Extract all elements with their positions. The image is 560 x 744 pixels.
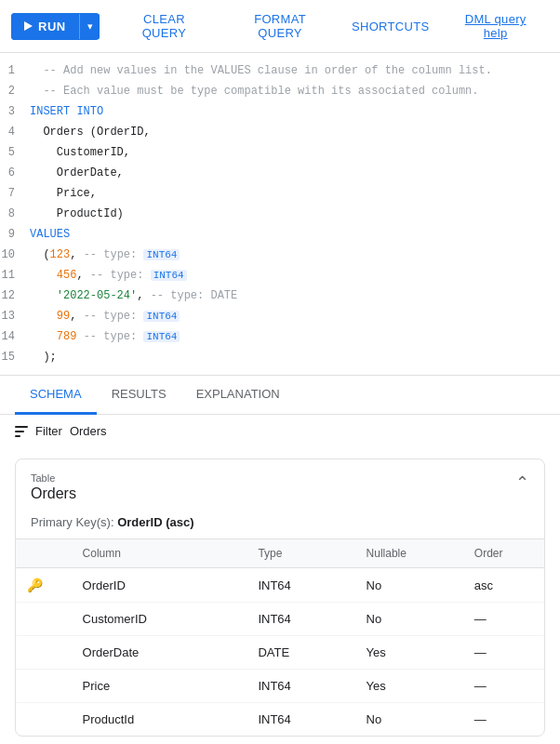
col-header-key bbox=[16, 539, 72, 568]
row-col-nullable-3: Yes bbox=[355, 636, 463, 670]
code-content-8: ProductId) bbox=[30, 205, 560, 223]
code-content-1: -- Add new values in the VALUES clause i… bbox=[30, 61, 560, 80]
clear-query-button[interactable]: CLEAR QUERY bbox=[111, 6, 218, 46]
collapse-button[interactable]: ⌃ bbox=[515, 472, 529, 493]
row-col-type-5: INT64 bbox=[247, 703, 354, 737]
dml-help-button[interactable]: DML query help bbox=[442, 6, 549, 46]
run-button[interactable]: RUN bbox=[11, 13, 79, 40]
line-number-7: 7 bbox=[0, 184, 30, 203]
col-header-order: Order bbox=[463, 539, 544, 568]
col-header-column: Column bbox=[72, 539, 247, 568]
tab-schema[interactable]: SCHEMA bbox=[15, 376, 97, 415]
filter-bar: Filter Orders bbox=[0, 415, 560, 447]
code-content-11: 456, -- type: INT64 bbox=[30, 266, 560, 285]
code-content-9: VALUES bbox=[30, 225, 560, 244]
row-col-order-1: asc bbox=[463, 568, 544, 603]
code-content-7: Price, bbox=[30, 184, 560, 203]
line-number-9: 9 bbox=[0, 225, 30, 244]
schema-card: Table Orders ⌃ Primary Key(s): OrderID (… bbox=[15, 458, 545, 737]
tab-explanation[interactable]: EXPLANATION bbox=[181, 376, 295, 415]
table-row: 🔑 OrderID INT64 No asc bbox=[16, 568, 544, 603]
filter-icon bbox=[15, 426, 28, 437]
schema-title-area: Table Orders bbox=[31, 472, 76, 502]
run-button-group: RUN ▾ bbox=[11, 13, 100, 40]
primary-key-info: Primary Key(s): OrderID (asc) bbox=[16, 512, 544, 538]
code-line-9: 9 VALUES bbox=[0, 224, 560, 245]
line-number-14: 14 bbox=[0, 327, 30, 346]
schema-table-name: Orders bbox=[31, 485, 76, 502]
table-row: ProductId INT64 No — bbox=[16, 703, 544, 737]
code-editor[interactable]: 1 -- Add new values in the VALUES clause… bbox=[0, 53, 560, 376]
row-col-order-3: — bbox=[463, 636, 544, 670]
table-row: Price INT64 Yes — bbox=[16, 670, 544, 703]
toolbar: RUN ▾ CLEAR QUERY FORMAT QUERY SHORTCUTS… bbox=[0, 0, 560, 53]
row-col-order-4: — bbox=[463, 670, 544, 703]
line-number-12: 12 bbox=[0, 286, 30, 305]
line-number-3: 3 bbox=[0, 102, 30, 121]
code-line-8: 8 ProductId) bbox=[0, 204, 560, 224]
code-line-11: 11 456, -- type: INT64 bbox=[0, 265, 560, 286]
run-label: RUN bbox=[38, 20, 66, 33]
code-line-13: 13 99, -- type: INT64 bbox=[0, 306, 560, 326]
code-line-6: 6 OrderDate, bbox=[0, 163, 560, 183]
row-col-name-1: OrderID bbox=[72, 568, 247, 603]
row-key-3 bbox=[16, 636, 72, 670]
line-number-13: 13 bbox=[0, 307, 30, 326]
code-content-6: OrderDate, bbox=[30, 164, 560, 182]
code-content-10: (123, -- type: INT64 bbox=[30, 246, 560, 264]
code-content-12: '2022-05-24', -- type: DATE bbox=[30, 286, 560, 305]
line-number-10: 10 bbox=[0, 246, 30, 264]
code-line-4: 4 Orders (OrderID, bbox=[0, 122, 560, 142]
filter-value: Orders bbox=[70, 424, 107, 438]
row-col-name-2: CustomerID bbox=[72, 603, 247, 636]
line-number-2: 2 bbox=[0, 82, 30, 100]
code-content-4: Orders (OrderID, bbox=[30, 123, 560, 141]
row-col-order-5: — bbox=[463, 703, 544, 737]
play-icon bbox=[24, 21, 33, 31]
tab-results[interactable]: RESULTS bbox=[97, 376, 181, 415]
line-number-1: 1 bbox=[0, 61, 30, 80]
run-dropdown-button[interactable]: ▾ bbox=[79, 14, 100, 39]
shortcuts-button[interactable]: SHORTCUTS bbox=[342, 13, 438, 40]
row-key-4 bbox=[16, 670, 72, 703]
row-col-order-2: — bbox=[463, 603, 544, 636]
row-col-type-3: DATE bbox=[247, 636, 354, 670]
line-number-4: 4 bbox=[0, 123, 30, 141]
col-header-nullable: Nullable bbox=[355, 539, 463, 568]
code-line-2: 2 -- Each value must be type compatible … bbox=[0, 81, 560, 101]
code-line-7: 7 Price, bbox=[0, 183, 560, 204]
filter-label: Filter bbox=[35, 424, 62, 438]
row-col-name-4: Price bbox=[72, 670, 247, 703]
code-line-10: 10 (123, -- type: INT64 bbox=[0, 245, 560, 265]
code-content-13: 99, -- type: INT64 bbox=[30, 307, 560, 326]
code-content-3: INSERT INTO bbox=[30, 102, 560, 121]
key-icon: 🔑 bbox=[27, 578, 43, 592]
schema-columns-table: Column Type Nullable Order 🔑 OrderID INT… bbox=[16, 538, 544, 736]
tabs-bar: SCHEMA RESULTS EXPLANATION bbox=[0, 376, 560, 415]
line-number-8: 8 bbox=[0, 205, 30, 223]
code-content-2: -- Each value must be type compatible wi… bbox=[30, 82, 560, 100]
format-query-button[interactable]: FORMAT QUERY bbox=[221, 6, 339, 46]
code-line-3: 3 INSERT INTO bbox=[0, 101, 560, 122]
schema-table-header-row: Column Type Nullable Order bbox=[16, 539, 544, 568]
col-header-type: Type bbox=[247, 539, 354, 568]
primary-key-value: OrderID (asc) bbox=[117, 515, 193, 529]
code-content-15: ); bbox=[30, 348, 560, 366]
row-key-1: 🔑 bbox=[16, 568, 72, 603]
code-line-15: 15 ); bbox=[0, 347, 560, 367]
row-col-type-1: INT64 bbox=[247, 568, 354, 603]
code-line-12: 12 '2022-05-24', -- type: DATE bbox=[0, 286, 560, 306]
row-key-2 bbox=[16, 603, 72, 636]
code-content-5: CustomerID, bbox=[30, 143, 560, 162]
primary-key-label: Primary Key(s): bbox=[31, 515, 114, 529]
row-col-nullable-4: Yes bbox=[355, 670, 463, 703]
row-col-name-5: ProductId bbox=[72, 703, 247, 737]
line-number-11: 11 bbox=[0, 266, 30, 285]
code-line-1: 1 -- Add new values in the VALUES clause… bbox=[0, 60, 560, 81]
table-row: OrderDate DATE Yes — bbox=[16, 636, 544, 670]
line-number-15: 15 bbox=[0, 348, 30, 366]
schema-card-header: Table Orders ⌃ bbox=[16, 459, 544, 512]
row-col-type-4: INT64 bbox=[247, 670, 354, 703]
row-col-type-2: INT64 bbox=[247, 603, 354, 636]
line-number-6: 6 bbox=[0, 164, 30, 182]
